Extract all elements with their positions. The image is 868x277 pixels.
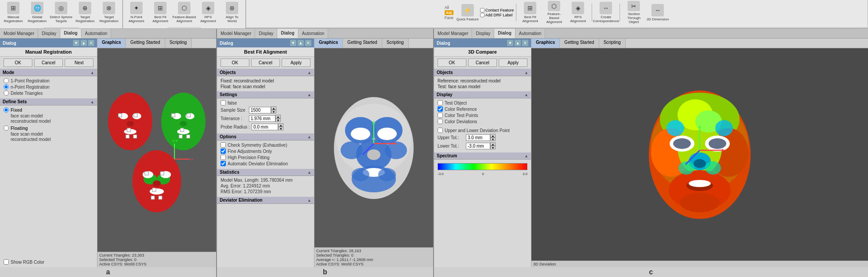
manual-registration-btn[interactable]: ⊞ Manual Registration <box>2 1 25 24</box>
cancel-btn-b[interactable]: Cancel <box>251 59 280 67</box>
sample-size-up[interactable]: ▲ <box>271 106 276 110</box>
tolerance-down[interactable]: ▼ <box>275 118 281 122</box>
pin-btn-c[interactable]: ▼ <box>507 40 513 46</box>
statistics-section-header[interactable]: Statistics ▲ <box>217 169 314 176</box>
quick-feature-btn[interactable]: ⚡ Quick Feature <box>456 1 479 24</box>
feature-based-alignment-c-btn[interactable]: ⬡ Feature-Based Alignment <box>542 1 566 24</box>
probe-radius-up[interactable]: ▲ <box>278 123 283 127</box>
graphics-tab-b[interactable]: Graphics <box>314 39 343 48</box>
upper-tol-input[interactable] <box>466 134 490 141</box>
rps-alignment-c-btn[interactable]: ◈ RPS Alignment <box>566 1 589 24</box>
pin-btn-a[interactable]: ▼ <box>73 40 79 46</box>
options-section-header[interactable]: Options ▲ <box>217 133 314 140</box>
check-symmetry-check[interactable] <box>221 142 226 148</box>
target-registration-btn[interactable]: ⊕ Target Registration <box>74 1 97 24</box>
tolerance-up[interactable]: ▲ <box>275 115 281 118</box>
sample-size-input[interactable] <box>249 107 271 113</box>
radio-1point-input[interactable] <box>4 78 9 83</box>
getting-started-tab-b[interactable]: Getting Started <box>343 39 382 48</box>
tab-display-c[interactable]: Display <box>472 29 494 38</box>
radio-delete-input[interactable] <box>4 90 9 96</box>
deviator-section-header[interactable]: Deviator Elimination ▲ <box>217 197 314 204</box>
scripting-tab-b[interactable]: Scripting <box>382 39 409 48</box>
best-fit-alignment-c-btn[interactable]: ⊞ Best Fit Alignment <box>519 1 542 24</box>
detect-sphere-btn[interactable]: ◎ Detect Sphere Targets <box>50 1 73 24</box>
tab-model-manager-b[interactable]: Model Manager <box>217 29 255 38</box>
auto-deviator-check[interactable] <box>221 161 226 166</box>
spectrum-section-header[interactable]: Spectrum ▲ <box>434 152 531 160</box>
contact-feature-check[interactable] <box>480 8 484 12</box>
apply-btn-c[interactable]: Apply <box>499 59 527 67</box>
tab-dialog-c[interactable]: Dialog <box>494 29 515 38</box>
target-registration2-btn[interactable]: ⊗ Target Registration <box>97 1 120 24</box>
disable-display-check[interactable] <box>221 100 226 105</box>
feature-based-alignment-btn[interactable]: ⬡ Feature-Based Alignment <box>173 1 196 24</box>
objects-section-header-c[interactable]: Objects ▲ <box>434 69 531 76</box>
cancel-btn-c[interactable]: Cancel <box>468 59 497 67</box>
tab-dialog-b[interactable]: Dialog <box>277 29 298 38</box>
ok-btn-a[interactable]: OK <box>4 59 32 67</box>
upper-lower-check[interactable] <box>438 128 443 133</box>
floating-radio-input[interactable] <box>4 125 9 131</box>
lower-tol-down[interactable]: ▼ <box>490 146 496 149</box>
next-btn-a[interactable]: Next <box>65 59 93 67</box>
getting-started-tab-c[interactable]: Getting Started <box>560 39 599 48</box>
tab-dialog-a[interactable]: Dialog <box>60 29 81 38</box>
color-deviations-check[interactable] <box>438 119 443 124</box>
fine-adj-check[interactable] <box>221 148 226 154</box>
statistics-content: Model Max. Length: 195.780364 mm Avg. Er… <box>217 176 314 197</box>
objects-section-header-b[interactable]: Objects ▲ <box>217 69 314 76</box>
tolerance-input[interactable] <box>249 115 275 122</box>
section-through-btn[interactable]: ✂ Section Through Object <box>622 1 645 24</box>
tab-model-manager-a[interactable]: Model Manager <box>0 29 38 38</box>
upper-tol-down[interactable]: ▼ <box>490 137 496 141</box>
float-btn-b[interactable]: ▲ <box>298 40 304 46</box>
2d-dimension-btn[interactable]: ↔ 2D Dimension <box>646 1 669 24</box>
fixed-radio-input[interactable] <box>4 107 9 113</box>
tab-display-a[interactable]: Display <box>38 29 60 38</box>
color-reference-check[interactable] <box>438 106 443 112</box>
close-btn-a[interactable]: ✕ <box>88 40 94 46</box>
rps-alignment-btn[interactable]: ◈ RPS Alignment <box>197 1 220 24</box>
getting-started-tab-a[interactable]: Getting Started <box>126 39 165 48</box>
display-section-header[interactable]: Display ▲ <box>434 91 531 98</box>
graphics-tab-a[interactable]: Graphics <box>97 39 126 48</box>
create-correspondence-btn[interactable]: ↔ Create Correspondence <box>594 1 617 24</box>
high-precision-check[interactable] <box>221 155 226 160</box>
mode-section-header[interactable]: Mode ▲ <box>0 69 97 76</box>
sample-size-down[interactable]: ▼ <box>271 110 276 113</box>
lower-tol-up[interactable]: ▲ <box>490 142 496 146</box>
graphics-tab-c[interactable]: Graphics <box>531 39 560 48</box>
add-drf-check[interactable] <box>480 13 484 17</box>
close-btn-b[interactable]: ✕ <box>305 40 311 46</box>
scripting-tab-c[interactable]: Scripting <box>599 39 626 48</box>
probe-radius-down[interactable]: ▼ <box>278 127 283 130</box>
float-btn-a[interactable]: ▲ <box>81 40 87 46</box>
tab-automation-c[interactable]: Automation <box>515 29 546 38</box>
probe-radius-input[interactable] <box>252 124 278 130</box>
tab-automation-b[interactable]: Automation <box>298 29 329 38</box>
apply-btn-b[interactable]: Apply <box>282 59 310 67</box>
float-btn-c[interactable]: ▲ <box>515 40 521 46</box>
upper-tol-up[interactable]: ▲ <box>490 134 496 137</box>
cancel-btn-a[interactable]: Cancel <box>34 59 63 67</box>
close-btn-c[interactable]: ✕ <box>522 40 528 46</box>
global-registration-btn[interactable]: 🌐 Global Registration <box>26 1 49 24</box>
radio-npoint-input[interactable] <box>4 84 9 90</box>
best-fit-alignment-btn[interactable]: ⊞ Best Fit Alignment <box>149 1 172 24</box>
tab-model-manager-c[interactable]: Model Manager <box>434 29 472 38</box>
lower-tol-input[interactable] <box>466 143 490 149</box>
tab-automation-a[interactable]: Automation <box>81 29 112 38</box>
show-rgb-checkbox[interactable] <box>4 259 9 265</box>
test-object-check[interactable] <box>438 100 443 105</box>
settings-section-header[interactable]: Settings ▲ <box>217 91 314 98</box>
define-sets-header[interactable]: Define Sets ▲ <box>0 98 97 105</box>
scripting-tab-a[interactable]: Scripting <box>165 39 192 48</box>
ok-btn-b[interactable]: OK <box>221 59 249 67</box>
pin-btn-b[interactable]: ▼ <box>290 40 296 46</box>
color-test-points-check[interactable] <box>438 113 443 118</box>
align-world-btn[interactable]: ⊛ Align To World <box>221 1 244 24</box>
tab-display-b[interactable]: Display <box>255 29 277 38</box>
npoint-alignment-btn[interactable]: ✦ N-Point Alignment <box>125 1 148 24</box>
ok-btn-c[interactable]: OK <box>438 59 466 67</box>
